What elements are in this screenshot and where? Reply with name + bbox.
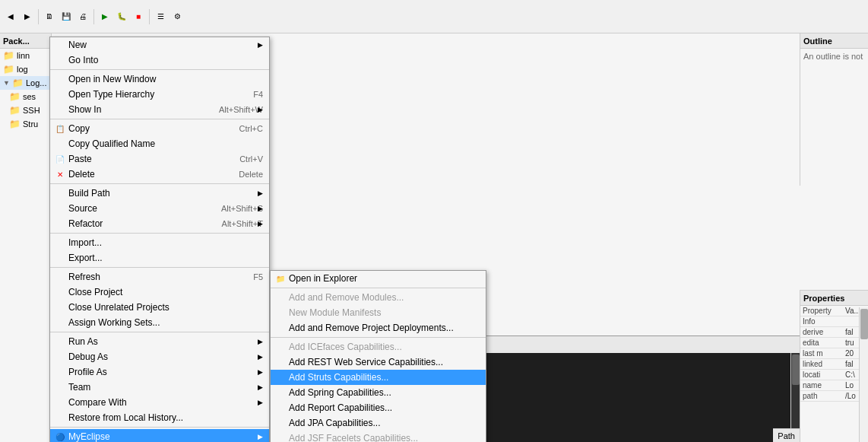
menu-item-delete[interactable]: ✕ Delete Delete	[50, 167, 269, 182]
menu-label-import: Import...	[68, 237, 102, 248]
submenu-open-explorer[interactable]: 📁 Open in Explorer	[271, 271, 486, 286]
submenu-label-add-remove-deployments: Add and Remove Project Deployments...	[289, 323, 454, 333]
paste-icon: 📄	[55, 154, 65, 164]
submenu-label-add-report: Add Report Capabilities...	[289, 402, 392, 413]
menu-label-go-into: Go Into	[68, 55, 98, 65]
menu-sep-5	[50, 267, 269, 268]
menu-item-refactor[interactable]: Refactor Alt+Shift+T	[50, 216, 269, 231]
menu-label-team: Team	[68, 382, 90, 393]
menu-item-debug-as[interactable]: Debug As	[50, 349, 269, 364]
submenu-label-add-icefaces: Add ICEfaces Capabilities...	[289, 342, 402, 352]
menu-label-profile-as: Profile As	[68, 367, 107, 377]
menu-item-paste[interactable]: 📄 Paste Ctrl+V	[50, 151, 269, 167]
menu-label-copy-qualified-name: Copy Qualified Name	[68, 138, 155, 149]
submenu-label-add-jpa: Add JPA Capabilities...	[289, 418, 381, 428]
menu-sep-6	[50, 332, 269, 332]
shortcut-paste: Ctrl+V	[224, 154, 263, 164]
menu-item-team[interactable]: Team	[50, 380, 269, 395]
submenu-label-new-module-manifests: New Module Manifests	[289, 307, 381, 318]
submenu-label-add-struts: Add Struts Capabilities...	[289, 372, 388, 383]
copy-icon: 📋	[55, 123, 65, 134]
menu-label-open-new-window: Open in New Window	[68, 74, 156, 84]
submenu-add-spring[interactable]: Add Spring Capabilities...	[271, 385, 486, 400]
menu-sep-4	[50, 233, 269, 234]
submenu-add-jsf-facelets[interactable]: Add JSF Facelets Capabilities...	[271, 431, 486, 442]
submenu-label-open-explorer: Open in Explorer	[289, 273, 357, 284]
ide-background: ◀ ▶ 🗎 💾 🖨 ▶ 🐛 ■ ☰ ⚙ Pack... 📁 linn 📁 log	[0, 0, 868, 442]
menu-label-refactor: Refactor	[68, 218, 103, 229]
submenu-label-add-remove-modules: Add and Remove Modules...	[289, 292, 404, 303]
menu-item-restore-local-history[interactable]: Restore from Local History...	[50, 410, 269, 425]
menu-label-refresh: Refresh	[68, 272, 100, 282]
submenu-sep-2	[271, 337, 486, 338]
menu-label-build-path: Build Path	[68, 188, 110, 199]
menu-item-import[interactable]: Import...	[50, 235, 269, 250]
shortcut-show-in: Alt+Shift+W	[204, 105, 263, 114]
menu-label-open-type-hierarchy: Open Type Hierarchy	[68, 89, 154, 100]
menu-item-show-in[interactable]: Show In Alt+Shift+W	[50, 102, 269, 117]
menu-sep-1	[50, 69, 269, 70]
shortcut-delete: Delete	[223, 170, 263, 179]
menu-label-show-in: Show In	[68, 104, 101, 115]
shortcut-refactor: Alt+Shift+T	[207, 219, 263, 228]
submenu-add-report[interactable]: Add Report Capabilities...	[271, 400, 486, 415]
menu-item-close-unrelated[interactable]: Close Unrelated Projects	[50, 300, 269, 315]
menu-item-copy-qualified-name[interactable]: Copy Qualified Name	[50, 136, 269, 151]
menu-item-refresh[interactable]: Refresh F5	[50, 269, 269, 285]
menu-label-source: Source	[68, 203, 97, 214]
submenu-add-remove-deployments[interactable]: Add and Remove Project Deployments...	[271, 320, 486, 335]
submenu-add-icefaces[interactable]: Add ICEfaces Capabilities...	[271, 339, 486, 355]
menu-item-profile-as[interactable]: Profile As	[50, 364, 269, 380]
menu-label-debug-as: Debug As	[68, 351, 108, 362]
submenu-add-rest[interactable]: Add REST Web Service Capabilities...	[271, 355, 486, 370]
menu-item-close-project[interactable]: Close Project	[50, 285, 269, 300]
menu-label-close-unrelated: Close Unrelated Projects	[68, 302, 169, 313]
menu-sep-2	[50, 119, 269, 119]
submenu-label-add-jsf-facelets: Add JSF Facelets Capabilities...	[289, 433, 418, 442]
menu-item-compare-with[interactable]: Compare With	[50, 395, 269, 410]
menu-item-copy[interactable]: 📋 Copy Ctrl+C	[50, 121, 269, 136]
menu-item-assign-working-sets[interactable]: Assign Working Sets...	[50, 315, 269, 330]
menu-item-new[interactable]: New	[50, 37, 269, 52]
menu-item-myeclipse[interactable]: 🔵 MyEclipse	[50, 429, 269, 442]
shortcut-refresh: F5	[238, 272, 263, 281]
menu-label-compare-with: Compare With	[68, 397, 127, 408]
menu-label-copy: Copy	[68, 123, 90, 134]
menu-label-export: Export...	[68, 253, 103, 263]
menu-label-run-as: Run As	[68, 336, 98, 347]
submenu-add-struts[interactable]: Add Struts Capabilities...	[271, 370, 486, 385]
menu-item-go-into[interactable]: Go Into	[50, 52, 269, 68]
shortcut-source: Alt+Shift+S	[206, 204, 263, 213]
menu-item-source[interactable]: Source Alt+Shift+S	[50, 201, 269, 216]
submenu-sep-1	[271, 288, 486, 288]
menu-item-export[interactable]: Export...	[50, 250, 269, 266]
menu-item-build-path[interactable]: Build Path	[50, 186, 269, 201]
submenu-label-add-rest: Add REST Web Service Capabilities...	[289, 357, 443, 367]
menu-item-open-new-window[interactable]: Open in New Window	[50, 72, 269, 87]
submenu-add-jpa[interactable]: Add JPA Capabilities...	[271, 415, 486, 431]
explorer-icon: 📁	[275, 273, 286, 284]
submenu-new-module-manifests[interactable]: New Module Manifests	[271, 305, 486, 320]
menu-label-close-project: Close Project	[68, 287, 122, 297]
menu-label-paste: Paste	[68, 154, 92, 164]
menu-label-restore-local-history: Restore from Local History...	[68, 412, 183, 423]
menu-item-run-as[interactable]: Run As	[50, 334, 269, 349]
menu-sep-3	[50, 183, 269, 184]
shortcut-open-type-hierarchy: F4	[238, 90, 263, 99]
shortcut-copy: Ctrl+C	[224, 124, 263, 133]
menu-item-open-type-hierarchy[interactable]: Open Type Hierarchy F4	[50, 87, 269, 102]
myeclipse-icon: 🔵	[55, 431, 65, 442]
menu-label-delete: Delete	[68, 169, 95, 180]
submenu-add-remove-modules[interactable]: Add and Remove Modules...	[271, 290, 486, 305]
menu-label-new: New	[68, 40, 87, 50]
context-menu-overlay[interactable]: New Go Into Open in New Window Open Type…	[0, 0, 868, 442]
myeclipse-submenu: 📁 Open in Explorer Add and Remove Module…	[270, 270, 486, 442]
submenu-label-add-spring: Add Spring Capabilities...	[289, 387, 391, 398]
primary-context-menu: New Go Into Open in New Window Open Type…	[49, 37, 270, 442]
menu-sep-7	[50, 427, 269, 428]
menu-label-assign-working-sets: Assign Working Sets...	[68, 317, 160, 328]
delete-icon: ✕	[55, 169, 65, 180]
menu-label-myeclipse: MyEclipse	[68, 431, 110, 442]
